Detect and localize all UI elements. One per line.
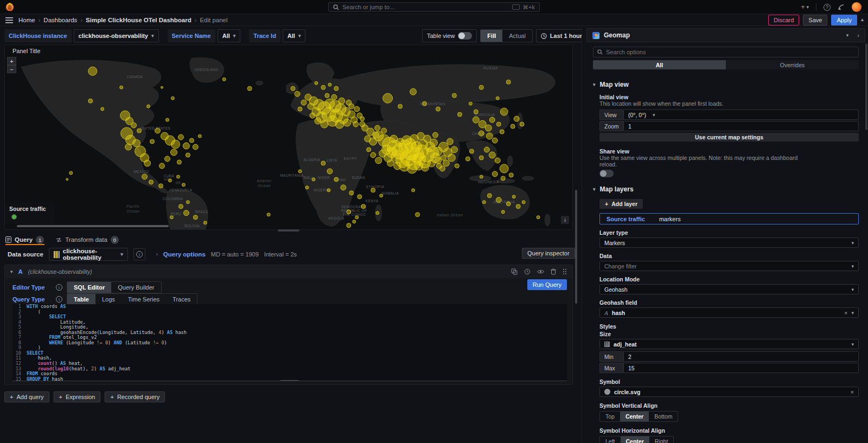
run-query-button[interactable]: Run Query [527,279,567,290]
max-input[interactable] [628,365,854,371]
sql-line[interactable]: 11 hash, [12,356,567,361]
query-inspector-button[interactable]: Query inspector [522,248,575,259]
layer-row-source-traffic[interactable]: Source traffic markers [599,213,859,224]
align-left-option[interactable]: Left [600,436,621,443]
help-icon[interactable]: ? [824,4,831,11]
layer-type-select[interactable]: Markers▾ [599,237,859,248]
align-center-option[interactable]: Center [621,436,649,443]
sidebar-scrollbar[interactable] [865,43,867,130]
map-info-badge[interactable]: i [561,216,569,224]
menu-icon[interactable] [5,17,13,23]
add-layer-button[interactable]: +Add layer [599,199,643,209]
use-current-map-settings-button[interactable]: Use current map settings [599,133,859,142]
map-zoom-out-button[interactable]: − [7,65,16,73]
clear-icon[interactable]: × [851,389,854,395]
options-search[interactable] [593,47,859,57]
save-button[interactable]: Save [803,15,827,25]
min-input[interactable] [628,354,854,360]
discard-button[interactable]: Discard [768,15,799,25]
location-mode-select[interactable]: Geohash▾ [599,284,859,294]
news-icon[interactable] [838,4,845,11]
tab-overrides[interactable]: Overrides [726,60,859,69]
query-builder-option[interactable]: Query Builder [111,282,161,293]
user-avatar[interactable] [852,2,861,12]
table-option[interactable]: Table [67,294,95,305]
align-bottom-option[interactable]: Bottom [649,412,678,421]
sql-editor-option[interactable]: SQL Editor [67,282,111,293]
datasource-help-button[interactable]: i [133,248,145,260]
sql-code-editor[interactable]: 1WITH coords AS2 (3 SELECT4 Latitude,5 L… [12,304,567,381]
table-view-switch[interactable] [458,32,472,40]
query-options-chevron[interactable]: › [156,252,158,257]
logs-option[interactable]: Logs [95,294,122,305]
align-center-option[interactable]: Center [620,412,649,421]
apply-button[interactable]: Apply [831,15,857,25]
layer-name[interactable]: Source traffic [607,216,645,222]
query-type-segmented: Table Logs Time Series Traces [67,293,197,305]
duplicate-icon[interactable] [511,268,518,275]
breadcrumb-dashboards[interactable]: Dashboards [43,17,77,23]
collapse-sidebar-icon[interactable]: › [857,32,859,38]
table-view-toggle[interactable]: Table view [422,29,477,42]
collapse-query-icon[interactable]: ▾ [10,269,13,274]
actual-option[interactable]: Actual [502,30,532,42]
section-map-view[interactable]: ▾ Map view [593,81,859,88]
traces-option[interactable]: Traces [166,294,197,305]
breadcrumb-dashboard-name[interactable]: Simple ClickHouse OTel Dashboard [86,17,192,23]
collapse-header-icon[interactable]: ▾ [861,17,864,23]
tab-all[interactable]: All [593,60,726,69]
zoom-input[interactable] [628,123,854,130]
variable-value-service[interactable]: All▾ [218,29,241,42]
sql-line[interactable]: 13 round(log10(heat), 2) AS adj_heat [12,367,567,372]
section-map-layers[interactable]: ▾ Map layers [593,185,859,193]
history-icon[interactable] [524,268,531,275]
sql-line[interactable]: 8 WHERE (Longitude != 0) AND (Latitude !… [12,341,567,346]
symbol-select[interactable]: circle.svg× [599,387,859,397]
breadcrumb-home[interactable]: Home [18,17,35,23]
sql-line[interactable]: 14FROM coords [12,371,567,377]
add-new-button[interactable]: +▾ [801,3,809,11]
data-select[interactable]: Change filter▾ [599,261,859,271]
heat-marker [183,210,189,216]
fill-option[interactable]: Fill [481,30,502,42]
variable-value-instance[interactable]: clickhouse-observability▾ [74,29,159,42]
query-options-link[interactable]: Query options [163,251,206,258]
sql-line[interactable]: 9 ) [12,345,567,351]
eye-icon[interactable] [537,269,544,274]
global-search[interactable]: ⌘+k [328,2,540,12]
search-input[interactable] [342,4,509,10]
datasource-picker[interactable]: clickhouse-observability ▾ [49,248,128,261]
sidebar-header[interactable]: Geomap ▾ › [586,28,865,42]
align-right-option[interactable]: Right [649,436,674,443]
add-query-button[interactable]: +Add query [4,391,49,402]
geohash-field-select[interactable]: Ahash×▾ [599,307,859,318]
grafana-logo-icon[interactable] [5,2,15,12]
panel-type-chevron-icon[interactable]: ▾ [846,33,849,38]
share-view-toggle[interactable] [599,170,614,177]
sql-line[interactable]: 10SELECT [12,351,567,356]
time-series-option[interactable]: Time Series [122,294,166,305]
drag-handle-icon[interactable] [563,268,567,275]
clear-icon[interactable]: × [844,310,847,316]
sql-line[interactable]: 2 ( [12,310,567,315]
size-select[interactable]: adj_heat▾ [599,339,859,349]
geomap-panel[interactable]: Panel Title [4,44,573,230]
panel-editor-splitter[interactable] [278,229,299,232]
sql-line[interactable]: 3 SELECT [12,314,567,320]
options-search-input[interactable] [606,49,854,55]
map-horizontal-scrollbar[interactable] [17,225,169,227]
sql-line[interactable]: 4 Latitude, [12,320,567,325]
tab-transform-data[interactable]: Transform data 0 [56,233,119,246]
sql-line[interactable]: 1WITH coords AS [12,304,567,310]
trash-icon[interactable] [551,268,556,275]
query-card-header[interactable]: ▾ A (clickhouse-observability) [5,265,572,278]
expression-button[interactable]: +Expression [54,391,101,402]
world-map[interactable]: RUSSIACANADAGREENLANDUNITED STATESKAZAKH… [5,55,572,229]
view-select[interactable]: (0°, 0°)▾ [623,110,859,120]
heat-marker [310,113,315,118]
align-top-option[interactable]: Top [600,412,620,421]
map-zoom-in-button[interactable]: + [7,57,16,65]
variable-value-trace[interactable]: All▾ [283,29,306,42]
recorded-query-button[interactable]: +Recorded query [105,391,165,402]
left-pane-scrollbar[interactable] [575,190,577,304]
